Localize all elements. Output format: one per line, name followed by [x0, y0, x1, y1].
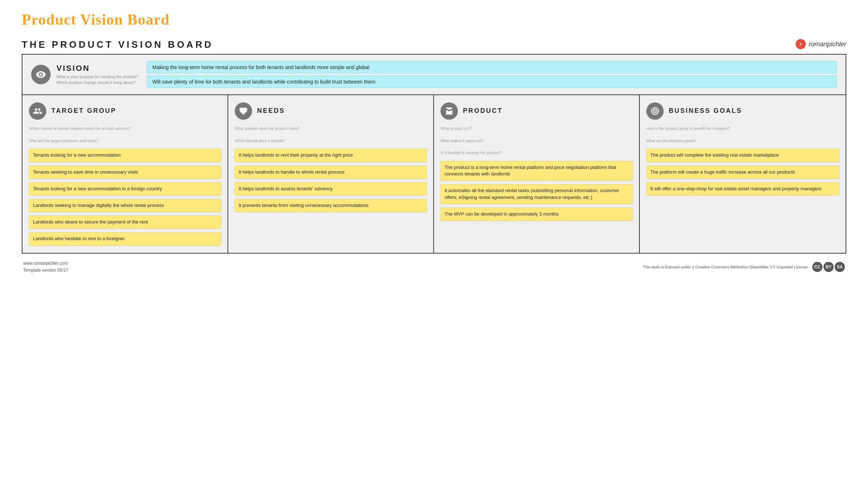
target-item-0: Tenants looking for a new accommodation: [29, 149, 221, 162]
product-questions: What product is it? What makes it stand …: [441, 126, 633, 156]
product-item-2: The MVP can be developed in approximatel…: [441, 208, 633, 221]
needs-item-2: It helps landlords to assess tenants' so…: [235, 182, 427, 195]
footer-template: Template version 05/17: [23, 267, 68, 274]
target-item-5: Landlords who hesitate to rent to a fore…: [29, 232, 221, 245]
vision-left: VISION What is your purpose for creating…: [31, 61, 138, 88]
business-goals-title: BUSINESS GOALS: [669, 107, 742, 115]
vision-label-block: VISION What is your purpose for creating…: [56, 64, 138, 86]
romanpichler-logo: r romanpichler: [796, 39, 846, 49]
business-goals-header: BUSINESS GOALS: [646, 102, 839, 120]
logo-text: romanpichler: [809, 41, 846, 48]
target-group-section: TARGET GROUP Which market or market segm…: [22, 95, 228, 253]
logo-icon: r: [796, 39, 806, 49]
needs-item-3: It prevents tenants from visiting unnece…: [235, 199, 427, 212]
business-item-1: The platform will create a huge traffic …: [646, 166, 839, 179]
board-title: THE PRODUCT VISION BOARD: [22, 39, 213, 50]
footer-left: www.romanpichler.com Template version 05…: [23, 260, 68, 274]
box-icon: [444, 106, 454, 116]
vision-note-1: Making the long-term home rental process…: [147, 61, 837, 73]
vision-note-2: Will save plenty of time for both tenant…: [147, 76, 837, 88]
footer-license: This work is licensed under a Creative C…: [643, 265, 809, 269]
vision-board: VISION What is your purpose for creating…: [22, 54, 846, 254]
needs-title: NEEDS: [257, 107, 285, 115]
needs-header: NEEDS: [235, 102, 427, 120]
target-icon: [650, 106, 660, 116]
target-item-1: Tenants seeking to save time in unnecess…: [29, 166, 221, 179]
vision-icon: [31, 65, 51, 84]
product-item-0: The product is a long-term home rental p…: [441, 161, 633, 180]
heart-icon: [239, 106, 248, 116]
business-item-0: The product will complete the existing r…: [646, 149, 839, 162]
business-goals-questions: How is the product going to benefit the …: [646, 126, 839, 144]
product-icon: [441, 102, 458, 120]
target-item-3: Landlords seeking to manage digitally th…: [29, 199, 221, 212]
product-header: PRODUCT: [441, 102, 633, 120]
product-title: PRODUCT: [463, 107, 503, 115]
business-item-2: It will offer a one-stop-shop for real e…: [646, 182, 839, 195]
product-item-1: It automates all the standard rental tas…: [441, 184, 633, 204]
needs-section: NEEDS What problem does the product solv…: [228, 95, 434, 253]
cc-icon: CC: [812, 262, 822, 272]
business-goals-section: BUSINESS GOALS How is the product going …: [640, 95, 846, 253]
cc-icons: CC BY SA: [812, 262, 845, 272]
needs-icon: [235, 102, 252, 120]
product-section: PRODUCT What product is it? What makes i…: [434, 95, 640, 253]
vision-content: Making the long-term home rental process…: [147, 61, 837, 88]
sa-icon: SA: [835, 262, 845, 272]
lower-grid: TARGET GROUP Which market or market segm…: [22, 95, 846, 253]
vision-questions: What is your purpose for creating the pr…: [56, 74, 138, 86]
footer-right: This work is licensed under a Creative C…: [643, 262, 845, 272]
business-goals-icon: [646, 102, 664, 120]
needs-item-0: It helps landlords to rent their propert…: [235, 149, 427, 162]
by-icon: BY: [824, 262, 834, 272]
people-icon: [33, 106, 42, 116]
target-group-icon: [29, 102, 46, 120]
eye-icon: [35, 69, 46, 80]
target-item-2: Tenants looking for a new accommodation …: [29, 182, 221, 195]
needs-questions: What problem does the product solve? Whi…: [235, 126, 427, 144]
footer: www.romanpichler.com Template version 05…: [22, 260, 846, 274]
board-header: THE PRODUCT VISION BOARD r romanpichler: [22, 39, 846, 50]
vision-label: VISION: [56, 64, 138, 73]
footer-website: www.romanpichler.com: [23, 260, 68, 267]
target-group-title: TARGET GROUP: [51, 107, 116, 115]
target-group-questions: Which market or market segment does the …: [29, 126, 221, 144]
target-group-header: TARGET GROUP: [29, 102, 221, 120]
vision-row: VISION What is your purpose for creating…: [22, 55, 846, 95]
page-title: Product Vision Board: [22, 11, 846, 28]
needs-item-1: It helps landlords to handle to whole re…: [235, 166, 427, 179]
target-item-4: Landlords who desire to secure the payme…: [29, 216, 221, 229]
